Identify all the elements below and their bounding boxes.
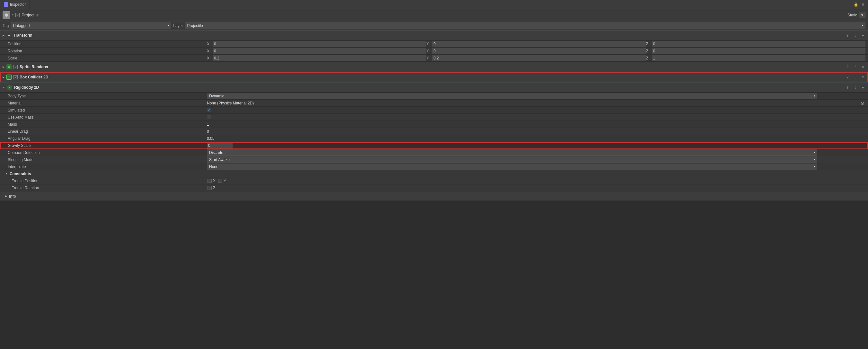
position-z-input[interactable] bbox=[652, 41, 865, 47]
collider-help-icon[interactable]: ? bbox=[845, 75, 850, 80]
scale-x-axis: X bbox=[207, 56, 211, 60]
collision-detection-dropdown[interactable]: Discrete ▾ bbox=[207, 149, 817, 156]
sleeping-mode-label: Sleeping Mode bbox=[8, 157, 207, 162]
lock-icon[interactable]: 🔒 bbox=[853, 2, 858, 7]
linear-drag-value: 0 bbox=[207, 129, 209, 134]
body-type-value: Dynamic bbox=[209, 94, 224, 98]
body-type-dropdown[interactable]: Dynamic ▾ bbox=[207, 93, 817, 99]
static-label: Static bbox=[847, 13, 857, 17]
layer-dropdown[interactable]: Projectile ▾ bbox=[185, 23, 865, 29]
static-dropdown[interactable]: ▾ bbox=[859, 12, 865, 18]
tag-dropdown[interactable]: Untagged ▾ bbox=[10, 23, 171, 29]
inspector-tab[interactable]: i Inspector bbox=[0, 0, 30, 9]
rigidbody-collapse-arrow[interactable]: ▼ bbox=[3, 86, 5, 89]
rigidbody-help-icon[interactable]: ? bbox=[845, 85, 850, 90]
scale-label: Scale bbox=[8, 56, 207, 60]
mass-row: Mass 1 bbox=[0, 121, 868, 128]
rotation-fields: X Y Z bbox=[207, 48, 865, 54]
angular-drag-label: Angular Drag bbox=[8, 136, 207, 141]
freeze-rotation-z-item: Z bbox=[208, 186, 215, 190]
rotation-label: Rotation bbox=[8, 49, 207, 53]
simulated-checkbox[interactable]: ✓ bbox=[207, 108, 211, 112]
gravity-scale-label: Gravity Scale bbox=[8, 143, 207, 148]
layer-value: Projectile bbox=[187, 24, 203, 28]
box-collider-enabled[interactable]: ✓ bbox=[13, 75, 18, 79]
sprite-more-icon[interactable]: ≡ bbox=[860, 64, 865, 69]
sprite-renderer-enabled[interactable]: ✓ bbox=[13, 65, 18, 69]
tag-dropdown-arrow: ▾ bbox=[168, 24, 169, 27]
info-label: Info bbox=[9, 194, 16, 199]
sprite-renderer-header[interactable]: ▶ ▣ ✓ Sprite Renderer ? ⋮ ≡ bbox=[0, 62, 868, 72]
collider-settings-icon[interactable]: ⋮ bbox=[852, 75, 858, 80]
gameobject-name[interactable]: Projectile bbox=[22, 12, 845, 17]
sprite-help-icon[interactable]: ? bbox=[845, 64, 850, 69]
transform-title: Transform bbox=[13, 33, 32, 38]
collider-more-icon[interactable]: ≡ bbox=[860, 75, 865, 80]
transform-section-header[interactable]: ▶ ✦ Transform ? ⋮ ≡ bbox=[0, 30, 868, 40]
gameobject-icon-arrow[interactable]: ▾ bbox=[12, 13, 13, 17]
freeze-position-row: Freeze Position X Y bbox=[0, 177, 868, 184]
freeze-position-x-checkbox[interactable] bbox=[208, 179, 212, 183]
scale-x-input[interactable] bbox=[213, 55, 426, 61]
body-type-label: Body Type bbox=[8, 94, 207, 98]
scale-z-axis: Z bbox=[646, 56, 651, 60]
scale-y-input[interactable] bbox=[432, 55, 646, 61]
constraints-collapse-arrow[interactable]: ▼ bbox=[5, 172, 8, 175]
gravity-scale-input[interactable] bbox=[207, 143, 232, 148]
rotation-z-input[interactable] bbox=[652, 48, 865, 54]
rigidbody-header[interactable]: ▼ ● Rigidbody 2D ? ⋮ ≡ bbox=[0, 82, 868, 92]
mass-value: 1 bbox=[207, 122, 209, 126]
freeze-position-y-checkbox[interactable] bbox=[218, 179, 222, 183]
rotation-z-axis: Z bbox=[646, 49, 651, 53]
interpolate-row: Interpolate None ▾ bbox=[0, 163, 868, 170]
position-y-axis: Y bbox=[426, 42, 431, 46]
transform-more-icon[interactable]: ≡ bbox=[860, 33, 865, 38]
collision-detection-row: Collision Detection Discrete ▾ bbox=[0, 149, 868, 156]
rigidbody-settings-icon[interactable]: ⋮ bbox=[852, 85, 858, 90]
collision-detection-label: Collision Detection bbox=[8, 150, 207, 155]
layer-dropdown-arrow: ▾ bbox=[862, 24, 863, 27]
interpolate-value: None bbox=[209, 165, 218, 169]
transform-settings-icon[interactable]: ⋮ bbox=[852, 33, 858, 38]
sleeping-mode-dropdown[interactable]: Start Awake ▾ bbox=[207, 156, 817, 163]
collider-collapse-arrow[interactable]: ▶ bbox=[3, 76, 4, 79]
tag-label: Tag bbox=[3, 24, 9, 28]
rotation-row: Rotation X Y Z bbox=[0, 48, 868, 55]
freeze-rotation-z-checkbox[interactable] bbox=[208, 186, 212, 190]
scale-z-input[interactable] bbox=[652, 55, 865, 61]
transform-help-icon[interactable]: ? bbox=[845, 33, 850, 38]
use-auto-mass-checkbox[interactable] bbox=[207, 115, 211, 119]
inspector-header: ▾ ✓ Projectile Static ▾ bbox=[0, 9, 868, 21]
interpolate-dropdown[interactable]: None ▾ bbox=[207, 164, 817, 170]
scale-x-field: X bbox=[207, 55, 426, 61]
info-collapse-arrow[interactable]: ▶ bbox=[5, 195, 7, 198]
transform-icon: ✦ bbox=[6, 33, 11, 38]
tab-menu-icon[interactable]: ≡ bbox=[860, 2, 865, 7]
position-row: Position X Y Z bbox=[0, 40, 868, 48]
inspector-tab-icon: i bbox=[4, 2, 8, 7]
gameobject-enabled-checkbox[interactable]: ✓ bbox=[16, 13, 20, 17]
tab-bar: i Inspector 🔒 ≡ bbox=[0, 0, 868, 9]
sprite-renderer-title: Sprite Renderer bbox=[20, 65, 49, 69]
simulated-row: Simulated ✓ bbox=[0, 107, 868, 114]
transform-collapse-arrow[interactable]: ▶ bbox=[3, 34, 4, 37]
scale-y-axis: Y bbox=[426, 56, 431, 60]
rotation-y-input[interactable] bbox=[432, 48, 646, 54]
freeze-rotation-label: Freeze Rotation bbox=[11, 186, 208, 190]
freeze-position-x-label: X bbox=[213, 179, 216, 183]
box-collider-header[interactable]: ▶ □ ✓ Box Collider 2D ? ⋮ ≡ bbox=[0, 72, 868, 82]
sprite-settings-icon[interactable]: ⋮ bbox=[852, 64, 858, 69]
rigidbody-actions: ? ⋮ ≡ bbox=[845, 85, 865, 90]
material-row-value: None (Physics Material 2D) ⊙ bbox=[207, 100, 865, 106]
position-y-input[interactable] bbox=[432, 41, 646, 47]
rotation-x-input[interactable] bbox=[213, 48, 426, 54]
material-target-icon[interactable]: ⊙ bbox=[860, 100, 865, 106]
collision-detection-arrow: ▾ bbox=[814, 151, 815, 154]
linear-drag-label: Linear Drag bbox=[8, 129, 207, 134]
body-type-row: Body Type Dynamic ▾ bbox=[0, 92, 868, 99]
rigidbody-title: Rigidbody 2D bbox=[14, 85, 39, 90]
rigidbody-more-icon[interactable]: ≡ bbox=[860, 85, 865, 90]
freeze-position-x-item: X bbox=[208, 179, 216, 183]
position-x-input[interactable] bbox=[213, 41, 426, 47]
sprite-collapse-arrow[interactable]: ▶ bbox=[3, 65, 4, 68]
